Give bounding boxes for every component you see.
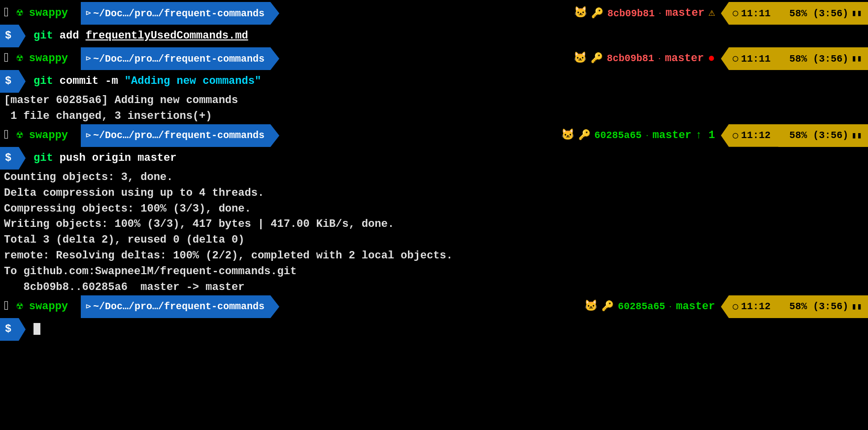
username-2: swappy (25, 47, 72, 70)
output-push-3: Compressing objects: 100% (3/3), done. (0, 201, 868, 217)
prompt-left-4:  ☢ swappy ⊳ ~/Doc…/pro…/frequent-comman… (0, 295, 270, 318)
git-hash-3: 60285a65 (595, 129, 642, 142)
git-branch-3: master (653, 128, 692, 143)
battery-icon-3: ▮▮ (851, 130, 862, 142)
battery-badge-1: 58% (3:56) ▮▮ (783, 2, 868, 25)
terminal-cursor (33, 323, 40, 335)
dollar-box-3: $ (0, 147, 26, 170)
dir-text-1: ~/Doc…/pro…/frequent-commands (93, 7, 265, 20)
output-commit-1: [master 60285a6] Adding new commands (0, 93, 868, 108)
cmd-row-3: $ git push origin master (0, 147, 868, 170)
clock-icon-2: ◯ (733, 53, 738, 65)
skull-icon-1: ☢ (15, 2, 25, 25)
git-key-icon-4: 🔑 (601, 300, 614, 313)
status-right-4: 🐱 🔑 60285a65 ⸱ master ◯ 11:12 58% (3:56)… (578, 295, 868, 318)
git-hash-1: 8cb09b81 (607, 7, 655, 20)
dir-segment-2: ⊳ ~/Doc…/pro…/frequent-commands (81, 47, 270, 70)
prompt-left-3:  ☢ swappy ⊳ ~/Doc…/pro…/frequent-comman… (0, 124, 270, 147)
time-badge-2: ◯ 11:11 (721, 47, 778, 70)
dir-arrow-lead-3 (72, 124, 81, 147)
battery-icon-2: ▮▮ (851, 53, 862, 65)
prompt-bar-3:  ☢ swappy ⊳ ~/Doc…/pro…/frequent-comman… (0, 124, 868, 147)
output-commit-2: 1 file changed, 3 insertions(+) (0, 108, 868, 124)
git-segment-1: 🐱 🔑 8cb09b81 ⸱ master ⚠ (568, 6, 721, 21)
battery-pct-3: 58% (3:56) (789, 129, 848, 142)
git-hash-4: 60285a65 (618, 300, 665, 313)
dir-arrow-lead-2 (72, 47, 81, 70)
clock-icon-4: ◯ (733, 301, 738, 313)
git-plus-2: ● (708, 51, 715, 67)
dir-arrow-lead-1 (72, 2, 81, 25)
prompt-left-2:  ☢ swappy ⊳ ~/Doc…/pro…/frequent-comman… (0, 47, 270, 70)
output-push-8: 8cb09b8..60285a6 master -> master (0, 280, 868, 295)
git-segment-4: 🐱 🔑 60285a65 ⸱ master (578, 299, 721, 314)
dir-segment-4: ⊳ ~/Doc…/pro…/frequent-commands (81, 295, 270, 318)
git-hash-2: 8cb09b81 (607, 52, 654, 65)
git-key-icon-1: 🔑 (591, 7, 603, 20)
git-cat-icon-1: 🐱 (574, 6, 587, 21)
dollar-box-2: $ (0, 70, 26, 93)
status-right-1: 🐱 🔑 8cb09b81 ⸱ master ⚠ ◯ 11:11 58% (3:5… (568, 2, 868, 25)
git-segment-2: 🐱 🔑 8cb09b81 ⸱ master ● (568, 51, 721, 67)
battery-pct-2: 58% (3:56) (789, 52, 848, 66)
git-branch-icon-3: ⸱ (646, 128, 649, 143)
battery-badge-3: 58% (3:56) ▮▮ (783, 124, 868, 147)
output-push-1: Counting objects: 3, done. (0, 170, 868, 185)
dir-text-2: ~/Doc…/pro…/frequent-commands (93, 52, 265, 66)
git-cat-icon-4: 🐱 (584, 299, 598, 314)
time-text-3: 11:12 (741, 129, 770, 142)
clock-icon-1: ◯ (733, 7, 738, 19)
prompt-bar-4:  ☢ swappy ⊳ ~/Doc…/pro…/frequent-comman… (0, 295, 868, 318)
username-4: swappy (25, 295, 72, 318)
apple-icon-3:  (0, 124, 15, 147)
battery-badge-4: 58% (3:56) ▮▮ (783, 295, 868, 318)
username-1: swappy (25, 2, 72, 25)
apple-icon-1:  (0, 2, 15, 25)
git-branch-icon-4: ⸱ (669, 299, 672, 314)
battery-badge-2: 58% (3:56) ▮▮ (783, 47, 868, 70)
git-key-icon-2: 🔑 (591, 52, 603, 65)
git-branch-2: master (665, 51, 704, 66)
time-text-2: 11:11 (741, 52, 770, 66)
dollar-box-final: $ (0, 318, 26, 341)
cmd-row-final: $ (0, 318, 868, 341)
battery-pct-4: 58% (3:56) (789, 300, 848, 313)
username-3: swappy (25, 124, 72, 147)
dir-text-4: ~/Doc…/pro…/frequent-commands (93, 300, 265, 313)
prompt-bar-2:  ☢ swappy ⊳ ~/Doc…/pro…/frequent-comman… (0, 47, 868, 70)
prompt-left-1:  ☢ swappy ⊳ ~/Doc…/pro…/frequent-comman… (0, 2, 270, 25)
git-alert-1: ⚠ (708, 6, 715, 21)
clock-icon-3: ◯ (733, 130, 738, 142)
cmd-text-1: git add frequentlyUsedCommands.md (26, 29, 248, 43)
time-text-4: 11:12 (741, 300, 770, 313)
battery-pct-1: 58% (3:56) (789, 7, 848, 20)
status-right-2: 🐱 🔑 8cb09b81 ⸱ master ● ◯ 11:11 58% (3:5… (568, 47, 868, 70)
git-branch-4: master (676, 299, 715, 314)
time-badge-1: ◯ 11:11 (721, 2, 778, 25)
dir-icon-3: ⊳ (86, 130, 91, 142)
apple-icon-4:  (0, 295, 15, 318)
dir-icon-4: ⊳ (86, 301, 91, 313)
dir-icon-2: ⊳ (86, 53, 91, 65)
output-push-6: remote: Resolving deltas: 100% (2/2), co… (0, 248, 868, 264)
cmd-text-2: git commit -m "Adding new commands" (26, 74, 261, 89)
git-branch-icon-1: ⸱ (659, 6, 662, 21)
terminal:  ☢ swappy ⊳ ~/Doc…/pro…/frequent-comman… (0, 0, 868, 343)
output-push-7: To github.com:SwapneelM/frequent-command… (0, 264, 868, 280)
git-branch-icon-2: ⸱ (658, 51, 661, 66)
battery-icon-1: ▮▮ (851, 7, 862, 19)
dir-segment-3: ⊳ ~/Doc…/pro…/frequent-commands (81, 124, 270, 147)
skull-icon-3: ☢ (15, 124, 25, 147)
skull-icon-4: ☢ (15, 295, 25, 318)
time-text-1: 11:11 (741, 7, 770, 20)
git-ahead-3: ↑ 1 (696, 128, 715, 143)
cmd-text-final[interactable] (26, 322, 40, 337)
output-push-5: Total 3 (delta 2), reused 0 (delta 0) (0, 232, 868, 248)
output-push-4: Writing objects: 100% (3/3), 417 bytes |… (0, 216, 868, 232)
cmd-text-3: git push origin master (26, 151, 176, 166)
cmd-row-1: $ git add frequentlyUsedCommands.md (0, 25, 868, 47)
cmd-row-2: $ git commit -m "Adding new commands" (0, 70, 868, 93)
git-segment-3: 🐱 🔑 60285a65 ⸱ master ↑ 1 (555, 128, 721, 143)
git-cat-icon-2: 🐱 (573, 51, 587, 66)
output-push-2: Delta compression using up to 4 threads. (0, 185, 868, 201)
